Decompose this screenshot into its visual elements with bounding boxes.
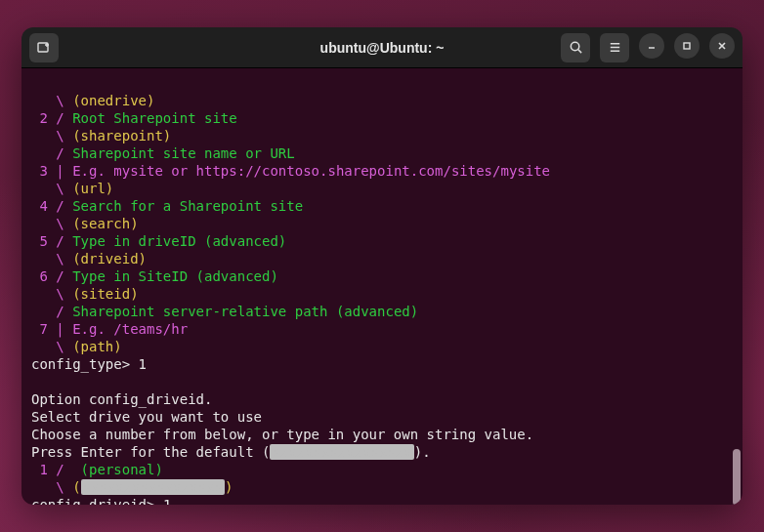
close-button[interactable]: [709, 33, 735, 59]
menu-button[interactable]: [600, 33, 629, 62]
drive-option-label: (personal): [72, 462, 163, 477]
prompt-config-type-value: 1: [139, 356, 147, 372]
terminal-output[interactable]: \ (onedrive) 2 / Root Sharepoint site \ …: [21, 68, 743, 505]
prompt-config-driveid-label: config_driveid>: [31, 497, 154, 505]
minimize-button[interactable]: [639, 33, 664, 59]
titlebar: ubuntu@Ubuntu: ~: [21, 27, 743, 68]
press-enter-prefix: Press Enter for the default (: [31, 444, 270, 460]
redacted-driveid: xxxxxxxxxxxxxxxxx: [81, 479, 225, 495]
drive-option-number: 1: [39, 462, 47, 477]
press-enter-suffix: ).: [414, 444, 431, 460]
prompt-config-type-label: config_type>: [31, 356, 130, 372]
scrollbar-thumb[interactable]: [733, 449, 741, 505]
option-list: \ (onedrive) 2 / Root Sharepoint site \ …: [31, 92, 733, 355]
section-config-driveid-line1: Option config_driveid.: [31, 391, 212, 407]
svg-point-3: [571, 42, 578, 50]
section-config-driveid-line3: Choose a number from below, or type in y…: [31, 427, 533, 442]
prompt-config-driveid-value: 1: [163, 497, 171, 505]
svg-line-4: [577, 50, 580, 53]
maximize-button[interactable]: [674, 33, 700, 59]
new-tab-button[interactable]: [29, 33, 59, 62]
terminal-window: ubuntu@Ubuntu: ~ \ (onedrive) 2 / Root S…: [21, 27, 743, 505]
search-button[interactable]: [561, 33, 590, 62]
svg-rect-9: [684, 43, 690, 49]
section-config-driveid-line2: Select drive you want to use: [31, 409, 262, 425]
redacted-default-driveid: xxxxxxxxxxxxxxxxx: [270, 444, 413, 460]
